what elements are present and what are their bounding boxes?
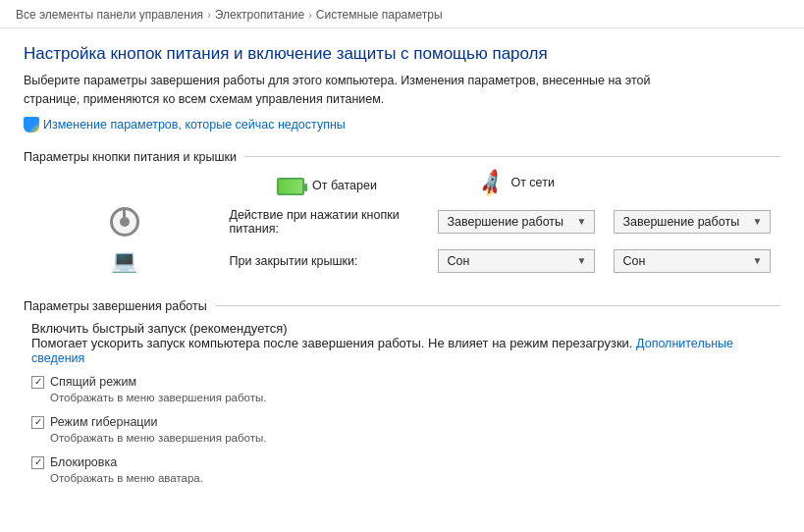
- chevron-down-icon: ▼: [577, 216, 587, 227]
- lock-checkbox[interactable]: [31, 456, 44, 469]
- breadcrumb: Все элементы панели управления › Электро…: [0, 0, 804, 28]
- power-table: От батареи 🚀 От сети Де: [24, 172, 780, 280]
- fast-startup-title: Включить быстрый запуск (рекомендуется): [31, 321, 780, 336]
- chevron-down-icon-2: ▼: [753, 216, 763, 227]
- breadcrumb-item-2[interactable]: Электропитание: [215, 8, 304, 22]
- chevron-down-icon-4: ▼: [753, 255, 763, 266]
- rocket-icon: 🚀: [475, 167, 509, 199]
- power-button-ac-select[interactable]: Завершение работы ▼: [605, 201, 780, 242]
- shutdown-section: Параметры завершения работы ➔ Включить б…: [24, 299, 780, 486]
- col-battery-header: От батареи: [225, 172, 428, 201]
- page-description: Выберите параметры завершения работы для…: [24, 72, 701, 109]
- sleep-title: Спящий режим: [50, 375, 780, 389]
- lock-desc: Отображать в меню аватара.: [50, 470, 780, 486]
- lid-battery-select[interactable]: Сон ▼: [429, 242, 605, 280]
- power-button-icon: [110, 207, 139, 237]
- breadcrumb-item-1[interactable]: Все элементы панели управления: [16, 8, 203, 22]
- change-params-link[interactable]: Изменение параметров, которые сейчас нед…: [24, 117, 346, 133]
- sleep-checkbox[interactable]: [31, 376, 44, 389]
- shutdown-section-header: Параметры завершения работы: [24, 299, 780, 313]
- sleep-desc: Отображать в меню завершения работы.: [50, 390, 780, 405]
- lid-icon-cell: 💻: [24, 242, 225, 280]
- breadcrumb-item-3: Системные параметры: [316, 8, 443, 22]
- sleep-content: Спящий режим Отображать в меню завершени…: [50, 375, 780, 405]
- power-button-label: Действие при нажатии кнопки питания:: [225, 201, 428, 242]
- lock-content: Блокировка Отображать в меню аватара.: [50, 455, 780, 486]
- main-content: Настройка кнопок питания и включение защ…: [0, 28, 804, 511]
- battery-icon: [277, 178, 304, 195]
- lid-ac-select[interactable]: Сон ▼: [605, 242, 780, 280]
- power-button-inner: [120, 217, 130, 227]
- power-button-ac-dropdown[interactable]: Завершение работы ▼: [614, 210, 771, 234]
- fast-startup-content: Включить быстрый запуск (рекомендуется) …: [31, 321, 780, 365]
- hibernate-title: Режим гибернации: [50, 415, 780, 429]
- lock-title: Блокировка: [50, 455, 780, 469]
- lid-ac-dropdown[interactable]: Сон ▼: [614, 249, 771, 273]
- laptop-icon: 💻: [111, 248, 137, 273]
- lid-label: При закрытии крышки:: [225, 242, 428, 280]
- breadcrumb-sep-2: ›: [308, 9, 312, 21]
- shield-icon: [24, 117, 39, 133]
- lid-battery-dropdown[interactable]: Сон ▼: [438, 249, 595, 273]
- fast-startup-option-row: ➔ Включить быстрый запуск (рекомендуется…: [24, 321, 780, 365]
- col-ac-header: 🚀 От сети: [429, 172, 605, 201]
- fast-startup-desc: Помогает ускорить запуск компьютера посл…: [31, 336, 780, 365]
- power-button-icon-cell: [24, 201, 225, 242]
- chevron-down-icon-3: ▼: [577, 255, 587, 266]
- hibernate-desc: Отображать в меню завершения работы.: [50, 430, 780, 446]
- hibernate-option-row: Режим гибернации Отображать в меню завер…: [24, 415, 780, 446]
- lid-row: 💻 При закрытии крышки: Сон ▼ Сон ▼: [24, 242, 780, 280]
- page-title: Настройка кнопок питания и включение защ…: [24, 44, 780, 64]
- power-button-battery-select[interactable]: Завершение работы ▼: [429, 201, 605, 242]
- power-section-header: Параметры кнопки питания и крышки: [24, 150, 780, 164]
- lock-option-row: Блокировка Отображать в меню аватара.: [24, 455, 780, 486]
- hibernate-checkbox[interactable]: [31, 416, 44, 429]
- hibernate-content: Режим гибернации Отображать в меню завер…: [50, 415, 780, 446]
- power-button-row: Действие при нажатии кнопки питания: Зав…: [24, 201, 780, 242]
- power-button-battery-dropdown[interactable]: Завершение работы ▼: [438, 210, 595, 234]
- sleep-option-row: Спящий режим Отображать в меню завершени…: [24, 375, 780, 405]
- breadcrumb-sep-1: ›: [207, 9, 211, 21]
